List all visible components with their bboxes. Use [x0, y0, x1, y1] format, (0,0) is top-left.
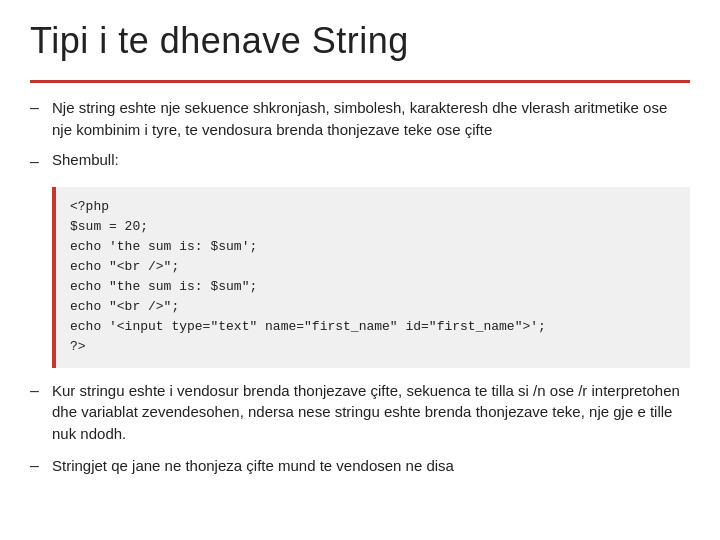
separator-line	[30, 80, 690, 83]
bullet-dash-1: –	[30, 99, 44, 117]
page-title: Tipi i te dhenave String	[30, 20, 690, 62]
shembull-label: Shembull:	[52, 151, 119, 168]
bullet-dash-4: –	[30, 457, 44, 475]
bullet-item-1: – Nje string eshte nje sekuence shkronja…	[30, 97, 690, 141]
bullet-item-2: – Shembull:	[30, 151, 690, 171]
bullet-dash-3: –	[30, 382, 44, 400]
bullet-text-4: Stringjet qe jane ne thonjeza çifte mund…	[52, 455, 454, 477]
code-block: <?php $sum = 20; echo 'the sum is: $sum'…	[52, 187, 690, 368]
bullet-text-3: Kur stringu eshte i vendosur brenda thon…	[52, 380, 690, 445]
bullet-text-1: Nje string eshte nje sekuence shkronjash…	[52, 97, 690, 141]
bullet-dash-2: –	[30, 153, 44, 171]
bullet-item-3: – Kur stringu eshte i vendosur brenda th…	[30, 380, 690, 445]
bullet-item-4: – Stringjet qe jane ne thonjeza çifte mu…	[30, 455, 690, 477]
page-container: Tipi i te dhenave String – Nje string es…	[0, 0, 720, 540]
content-area: – Nje string eshte nje sekuence shkronja…	[30, 97, 690, 481]
